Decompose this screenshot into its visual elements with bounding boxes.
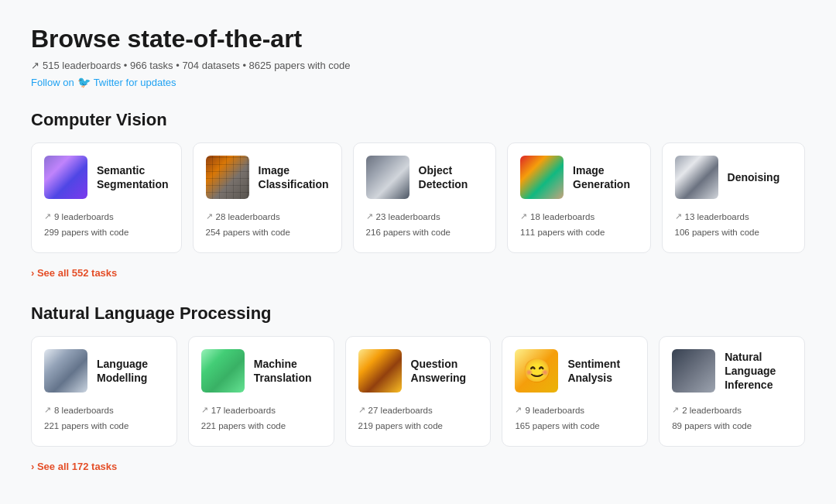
card-leaderboards-nli: ↗2 leaderboards: [672, 403, 792, 417]
leaderboard-text-image-gen: 18 leaderboards: [530, 210, 594, 224]
see-all-nlp[interactable]: › See all 172 tasks: [31, 461, 117, 472]
card-header-sentiment: 😊Sentiment Analysis: [515, 349, 635, 393]
card-thumb-object-det: [366, 156, 409, 199]
card-stats-question-ans: ↗27 leaderboards219 papers with code: [358, 403, 478, 434]
card-header-question-ans: Question Answering: [358, 349, 478, 393]
card-title-lang-model: Language Modelling: [97, 357, 164, 385]
papers-text-image-class: 254 papers with code: [206, 225, 329, 239]
card-title-sentiment: Sentiment Analysis: [567, 357, 635, 385]
card-object-det[interactable]: Object Detection↗23 leaderboards216 pape…: [353, 142, 496, 253]
twitter-label: Twitter for updates: [94, 77, 176, 88]
card-lang-model[interactable]: Language Modelling↗8 leaderboards221 pap…: [31, 336, 177, 447]
card-leaderboards-machine-trans: ↗17 leaderboards: [201, 403, 321, 417]
section-title-computer-vision: Computer Vision: [31, 110, 805, 130]
papers-text-question-ans: 219 papers with code: [358, 419, 478, 433]
card-stats-semantic-seg: ↗9 leaderboards299 papers with code: [44, 210, 169, 240]
papers-text-nli: 89 papers with code: [672, 419, 792, 433]
card-leaderboards-question-ans: ↗27 leaderboards: [358, 403, 478, 417]
stats-line: ↗ 515 leaderboards • 966 tasks • 704 dat…: [31, 60, 805, 71]
card-image-class[interactable]: Image Classification↗28 leaderboards254 …: [193, 142, 342, 253]
card-header-machine-trans: Machine Translation: [201, 349, 321, 393]
card-leaderboards-semantic-seg: ↗9 leaderboards: [44, 210, 169, 224]
twitter-follow-text: Follow on: [31, 77, 74, 88]
leaderboard-icon-question-ans: ↗: [358, 403, 365, 417]
card-thumb-sentiment: 😊: [515, 349, 558, 393]
card-title-denoising: Denoising: [728, 170, 780, 184]
card-title-object-det: Object Detection: [419, 163, 483, 191]
papers-text-machine-trans: 221 papers with code: [201, 419, 321, 433]
section-nlp: Natural Language ProcessingLanguage Mode…: [31, 303, 805, 497]
card-stats-sentiment: ↗9 leaderboards165 papers with code: [515, 403, 635, 434]
card-header-denoising: Denoising: [675, 156, 792, 199]
card-sentiment[interactable]: 😊Sentiment Analysis↗9 leaderboards165 pa…: [502, 336, 648, 447]
card-stats-nli: ↗2 leaderboards89 papers with code: [672, 403, 792, 434]
card-thumb-denoising: [675, 156, 718, 199]
card-stats-image-class: ↗28 leaderboards254 papers with code: [206, 210, 329, 240]
card-header-nli: Natural Language Inference: [672, 349, 792, 393]
card-leaderboards-denoising: ↗13 leaderboards: [675, 210, 792, 224]
card-header-semantic-seg: Semantic Segmentation: [44, 156, 169, 199]
sections-container: Computer VisionSemantic Segmentation↗9 l…: [31, 110, 805, 497]
leaderboard-icon-sentiment: ↗: [515, 403, 522, 417]
card-image-gen[interactable]: Image Generation↗18 leaderboards111 pape…: [507, 142, 650, 253]
card-stats-machine-trans: ↗17 leaderboards221 papers with code: [201, 403, 321, 434]
card-machine-trans[interactable]: Machine Translation↗17 leaderboards221 p…: [188, 336, 334, 447]
card-semantic-seg[interactable]: Semantic Segmentation↗9 leaderboards299 …: [31, 142, 182, 253]
card-stats-lang-model: ↗8 leaderboards221 papers with code: [44, 403, 164, 434]
card-leaderboards-image-class: ↗28 leaderboards: [206, 210, 329, 224]
card-leaderboards-lang-model: ↗8 leaderboards: [44, 403, 164, 417]
card-stats-object-det: ↗23 leaderboards216 papers with code: [366, 210, 483, 240]
page-title: Browse state-of-the-art: [31, 25, 805, 53]
leaderboard-icon-object-det: ↗: [366, 210, 373, 224]
papers-text-lang-model: 221 papers with code: [44, 419, 164, 433]
leaderboard-text-image-class: 28 leaderboards: [216, 210, 280, 224]
card-title-semantic-seg: Semantic Segmentation: [97, 163, 169, 191]
leaderboard-icon-image-class: ↗: [206, 210, 213, 224]
leaderboard-text-nli: 2 leaderboards: [682, 403, 742, 417]
card-nli[interactable]: Natural Language Inference↗2 leaderboard…: [659, 336, 805, 447]
stats-text: 515 leaderboards • 966 tasks • 704 datas…: [43, 60, 350, 71]
cards-grid-nlp: Language Modelling↗8 leaderboards221 pap…: [31, 336, 805, 447]
section-computer-vision: Computer VisionSemantic Segmentation↗9 l…: [31, 110, 805, 303]
stats-icon: ↗: [31, 60, 39, 71]
leaderboard-text-semantic-seg: 9 leaderboards: [54, 210, 114, 224]
twitter-link[interactable]: Follow on 🐦 Twitter for updates: [31, 76, 805, 88]
card-denoising[interactable]: Denoising↗13 leaderboards106 papers with…: [662, 142, 805, 253]
see-all-computer-vision[interactable]: › See all 552 tasks: [31, 267, 117, 279]
papers-text-object-det: 216 papers with code: [366, 225, 483, 239]
card-title-machine-trans: Machine Translation: [254, 357, 321, 385]
card-title-nli: Natural Language Inference: [725, 350, 792, 393]
papers-text-image-gen: 111 papers with code: [520, 225, 637, 239]
card-thumb-lang-model: [44, 349, 87, 393]
card-header-object-det: Object Detection: [366, 156, 483, 199]
leaderboard-text-lang-model: 8 leaderboards: [54, 403, 114, 417]
leaderboard-text-question-ans: 27 leaderboards: [368, 403, 433, 417]
card-thumb-semantic-seg: [44, 156, 87, 199]
leaderboard-icon-denoising: ↗: [675, 210, 682, 224]
section-title-nlp: Natural Language Processing: [31, 303, 805, 324]
leaderboard-icon-semantic-seg: ↗: [44, 210, 51, 224]
leaderboard-icon-nli: ↗: [672, 403, 679, 417]
card-title-image-gen: Image Generation: [573, 163, 637, 191]
card-stats-image-gen: ↗18 leaderboards111 papers with code: [520, 210, 637, 240]
card-thumb-question-ans: [358, 349, 402, 393]
card-stats-denoising: ↗13 leaderboards106 papers with code: [675, 210, 792, 240]
papers-text-semantic-seg: 299 papers with code: [44, 225, 169, 239]
card-leaderboards-object-det: ↗23 leaderboards: [366, 210, 483, 224]
card-header-lang-model: Language Modelling: [44, 349, 164, 393]
leaderboard-icon-lang-model: ↗: [44, 403, 51, 417]
leaderboard-text-sentiment: 9 leaderboards: [525, 403, 584, 417]
card-thumb-nli: [672, 349, 715, 393]
papers-text-sentiment: 165 papers with code: [515, 419, 635, 433]
card-header-image-class: Image Classification: [206, 156, 329, 199]
leaderboard-icon-machine-trans: ↗: [201, 403, 208, 417]
cards-grid-computer-vision: Semantic Segmentation↗9 leaderboards299 …: [31, 142, 805, 253]
card-thumb-image-gen: [520, 156, 564, 199]
leaderboard-icon-image-gen: ↗: [520, 210, 527, 224]
card-question-ans[interactable]: Question Answering↗27 leaderboards219 pa…: [345, 336, 492, 447]
leaderboard-text-denoising: 13 leaderboards: [685, 210, 749, 224]
twitter-bird-icon: 🐦: [77, 76, 91, 88]
leaderboard-text-machine-trans: 17 leaderboards: [211, 403, 276, 417]
leaderboard-text-object-det: 23 leaderboards: [376, 210, 440, 224]
papers-text-denoising: 106 papers with code: [675, 225, 792, 239]
